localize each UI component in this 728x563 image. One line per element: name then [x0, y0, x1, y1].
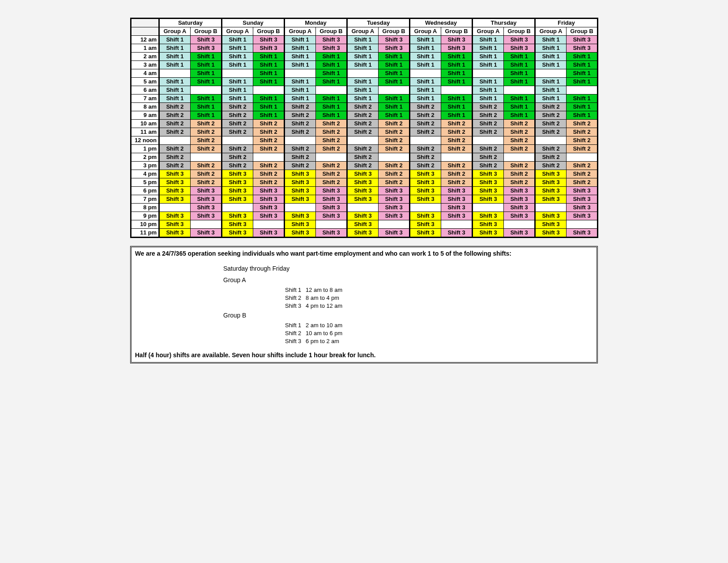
shift-cell: [285, 204, 316, 212]
shift-cell: Shift 3: [410, 170, 441, 178]
info-shift-name: Shift 1: [285, 286, 306, 294]
shift-cell: Shift 2: [441, 145, 473, 153]
shift-cell: Shift 1: [535, 61, 567, 69]
shift-cell: Shift 2: [441, 136, 473, 145]
shift-cell: Shift 1: [535, 36, 567, 44]
shift-cell: Shift 1: [191, 94, 222, 103]
time-label: 7 pm: [131, 195, 159, 204]
shift-cell: [535, 136, 567, 145]
shift-cell: Shift 1: [316, 111, 347, 120]
shift-cell: Shift 1: [191, 78, 222, 86]
shift-cell: Shift 2: [535, 120, 567, 128]
shift-cell: Shift 3: [159, 220, 191, 229]
shift-cell: Shift 2: [567, 170, 598, 178]
shift-cell: Shift 1: [379, 69, 410, 78]
shift-cell: [504, 153, 535, 162]
shift-cell: Shift 2: [159, 111, 191, 120]
shift-cell: Shift 2: [347, 111, 379, 120]
shift-cell: Shift 2: [191, 145, 222, 153]
shift-cell: Shift 2: [410, 103, 441, 111]
shift-cell: Shift 3: [316, 195, 347, 204]
shift-cell: Shift 1: [159, 78, 191, 86]
day-header: Thursday: [473, 19, 535, 27]
shift-cell: Shift 1: [441, 69, 473, 78]
shift-cell: Shift 3: [191, 195, 222, 204]
group-header-a: Group A: [222, 27, 253, 36]
shift-cell: Shift 2: [347, 145, 379, 153]
shift-cell: Shift 1: [347, 78, 379, 86]
shift-cell: Shift 1: [253, 69, 285, 78]
info-box: We are a 24/7/365 operation seeking indi…: [130, 246, 598, 363]
shift-cell: [504, 86, 535, 94]
shift-cell: Shift 2: [285, 111, 316, 120]
shift-cell: [191, 86, 222, 94]
shift-cell: Shift 1: [535, 86, 567, 94]
shift-cell: Shift 3: [222, 187, 253, 195]
time-label: 5 pm: [131, 178, 159, 187]
shift-cell: Shift 3: [379, 204, 410, 212]
shift-cell: Shift 2: [222, 145, 253, 153]
info-group-shifts: Shift 112 am to 8 amShift 28 am to 4 pmS…: [223, 286, 347, 310]
time-label: 2 pm: [131, 153, 159, 162]
shift-cell: Shift 1: [253, 111, 285, 120]
shift-cell: Shift 1: [222, 61, 253, 69]
shift-cell: Shift 2: [567, 162, 598, 170]
info-dayrange: Saturday through Friday: [223, 263, 593, 275]
shift-cell: [159, 204, 191, 212]
info-shift-name: Shift 1: [285, 321, 306, 329]
day-header: Friday: [535, 19, 598, 27]
shift-cell: Shift 1: [191, 61, 222, 69]
shift-cell: Shift 1: [191, 103, 222, 111]
shift-cell: Shift 2: [441, 128, 473, 136]
shift-cell: Shift 1: [379, 103, 410, 111]
shift-cell: Shift 1: [473, 61, 504, 69]
shift-cell: Shift 3: [410, 195, 441, 204]
shift-cell: [191, 220, 222, 229]
time-label: 11 am: [131, 128, 159, 136]
group-header-b: Group B: [191, 27, 222, 36]
group-header-a: Group A: [347, 27, 379, 36]
shift-cell: Shift 1: [285, 53, 316, 61]
info-shift-name: Shift 2: [285, 329, 306, 337]
shift-cell: Shift 1: [473, 36, 504, 44]
shift-cell: Shift 2: [253, 145, 285, 153]
group-header-b: Group B: [253, 27, 285, 36]
shift-cell: Shift 2: [159, 145, 191, 153]
day-header: Tuesday: [347, 19, 410, 27]
time-label: 11 pm: [131, 229, 159, 238]
shift-cell: Shift 2: [253, 136, 285, 145]
shift-cell: Shift 3: [191, 229, 222, 238]
shift-cell: Shift 1: [410, 53, 441, 61]
shift-cell: Shift 2: [285, 128, 316, 136]
shift-cell: Shift 1: [473, 44, 504, 53]
shift-cell: Shift 2: [441, 170, 473, 178]
shift-cell: Shift 3: [347, 220, 379, 229]
shift-cell: [347, 136, 379, 145]
shift-cell: Shift 3: [285, 212, 316, 220]
shift-cell: Shift 1: [379, 94, 410, 103]
shift-cell: Shift 3: [222, 195, 253, 204]
shift-cell: [441, 86, 473, 94]
shift-cell: Shift 1: [567, 69, 598, 78]
time-label: 9 am: [131, 111, 159, 120]
shift-cell: Shift 2: [441, 120, 473, 128]
shift-cell: Shift 2: [567, 178, 598, 187]
shift-cell: Shift 3: [473, 220, 504, 229]
shift-cell: Shift 2: [535, 111, 567, 120]
shift-cell: Shift 1: [159, 94, 191, 103]
shift-cell: Shift 3: [285, 178, 316, 187]
shift-cell: Shift 2: [504, 178, 535, 187]
shift-cell: [535, 69, 567, 78]
shift-cell: Shift 1: [253, 94, 285, 103]
shift-cell: Shift 2: [379, 162, 410, 170]
shift-cell: Shift 3: [253, 195, 285, 204]
group-header-a: Group A: [159, 27, 191, 36]
shift-cell: Shift 1: [253, 61, 285, 69]
group-header-b: Group B: [504, 27, 535, 36]
shift-cell: Shift 3: [191, 44, 222, 53]
shift-cell: Shift 3: [504, 187, 535, 195]
shift-cell: Shift 2: [316, 128, 347, 136]
shift-cell: Shift 2: [285, 120, 316, 128]
shift-cell: Shift 3: [316, 36, 347, 44]
shift-cell: Shift 3: [159, 229, 191, 238]
